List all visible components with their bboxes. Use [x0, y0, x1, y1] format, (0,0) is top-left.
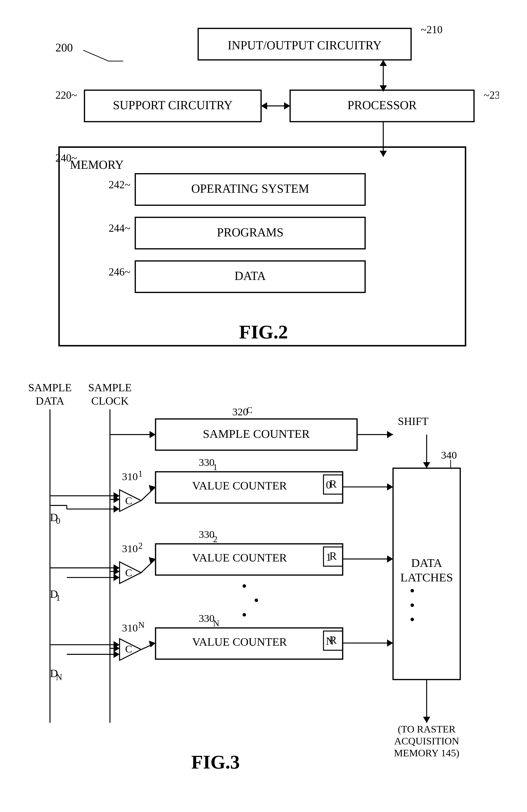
ref-310-2-sub: 2: [138, 541, 142, 551]
ref-200: 200: [55, 41, 73, 54]
ref-310-n-sub: N: [138, 620, 145, 630]
r-label-0: R: [329, 478, 337, 490]
dots-dl-3: •: [410, 611, 415, 627]
dots-1: •: [242, 578, 247, 594]
io-label: INPUT/OUTPUT CIRCUITRY: [228, 39, 382, 52]
svg-marker-52: [114, 651, 120, 658]
svg-marker-29: [423, 462, 430, 468]
svg-marker-24: [387, 555, 393, 563]
r-label-1: R: [329, 550, 337, 562]
to-raster-label2: ACQUISITION: [394, 736, 459, 746]
ref-330-n-sub: N: [213, 619, 219, 628]
ref-330-2-sub: 2: [213, 534, 217, 544]
ref-340: 340: [441, 449, 457, 461]
svg-marker-46: [114, 574, 120, 581]
fig2-diagram: 200 INPUT/OUTPUT CIRCUITRY ~210 SUPPORT …: [28, 19, 499, 358]
svg-marker-26: [387, 639, 393, 647]
comparator0-label: C: [125, 495, 132, 507]
to-raster-label: (TO RASTER: [398, 724, 455, 735]
processor-label: PROCESSOR: [347, 99, 417, 112]
dots-dl-1: •: [410, 583, 415, 598]
svg-marker-31: [423, 717, 430, 723]
fig3-diagram: SAMPLE DATA SAMPLE CLOCK 320 C SAMPLE CO…: [28, 362, 499, 807]
value-counterN-label: VALUE COUNTER: [192, 635, 287, 648]
fig3-label: FIG.3: [191, 751, 240, 773]
d1-sub: 1: [56, 593, 60, 603]
ref-330-2: 330: [199, 528, 215, 540]
d0-sub: 0: [56, 516, 60, 526]
fig2-label: FIG.2: [239, 321, 288, 343]
shift-label: SHIFT: [398, 415, 428, 427]
r-label-n: R: [329, 634, 337, 646]
dots-dl-2: •: [410, 597, 415, 613]
comparatorN-label: C: [125, 643, 132, 655]
dots-2: •: [254, 592, 259, 608]
ref-240: 240~: [55, 152, 77, 164]
svg-marker-14: [150, 431, 155, 438]
data-latches-label2: LATCHES: [401, 571, 453, 584]
svg-marker-22: [387, 483, 393, 491]
ref-210: ~210: [421, 24, 442, 35]
memory-box: [59, 147, 466, 346]
data-latches-label: DATA: [411, 556, 442, 569]
ref-220: 220~: [55, 89, 77, 101]
sample-data-label2: DATA: [36, 395, 64, 407]
sample-data-label: SAMPLE: [28, 381, 72, 394]
sample-counter-label: SAMPLE COUNTER: [203, 427, 310, 440]
page: 200 INPUT/OUTPUT CIRCUITRY ~210 SUPPORT …: [0, 0, 527, 812]
svg-marker-11: [387, 431, 393, 438]
programs-label: PROGRAMS: [217, 226, 284, 239]
os-label: OPERATING SYSTEM: [191, 182, 309, 195]
svg-line-0: [83, 50, 109, 61]
data-label: DATA: [235, 269, 266, 282]
value-counter0-label: VALUE COUNTER: [192, 479, 287, 492]
svg-marker-9: [380, 150, 387, 157]
comparator1-label: C: [125, 567, 132, 579]
memory-text: MEMORY: [70, 158, 124, 171]
value-counter1-label: VALUE COUNTER: [192, 551, 287, 564]
ref-242: 242~: [109, 179, 130, 191]
ref-310-n: 310: [122, 622, 138, 634]
svg-marker-7: [284, 102, 290, 110]
ref-310-1: 310: [122, 471, 138, 482]
ref-310-2: 310: [122, 543, 138, 554]
support-label: SUPPORT CIRCUITRY: [113, 99, 232, 112]
sample-clock-label: SAMPLE: [88, 381, 132, 394]
ref-246: 246~: [109, 266, 130, 278]
dots-3: •: [242, 607, 247, 623]
ref-330-n: 330: [199, 612, 215, 624]
ref-330-1: 330: [199, 456, 215, 468]
svg-marker-6: [261, 102, 267, 110]
ref-330-1-sub: 1: [213, 462, 217, 472]
ref-310-1-sub: 1: [138, 469, 142, 478]
svg-marker-40: [114, 505, 120, 513]
dN-sub: N: [56, 672, 62, 682]
ref-320c: 320: [232, 406, 248, 418]
svg-marker-3: [380, 60, 387, 66]
sample-clock-label2: CLOCK: [91, 395, 129, 407]
ref-320c-sub: C: [247, 405, 253, 415]
ref-230: ~230: [484, 89, 499, 101]
ref-244: 244~: [109, 222, 130, 234]
to-raster-label3: MEMORY 145): [394, 748, 459, 759]
